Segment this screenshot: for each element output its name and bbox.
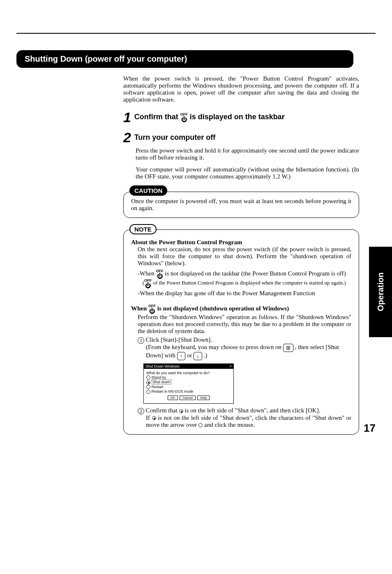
power-off-icon: OFF ⏻ [156, 269, 164, 279]
power-off-icon: OFF ⏻ [180, 113, 188, 122]
note-label: NOTE [129, 224, 157, 234]
dialog-title-text: Shut Down Windows [145, 364, 180, 368]
step-1: 1 Confirm that OFF ⏻ is displayed on the… [123, 109, 359, 125]
note-li2-sub: If is not on the left side of "Shut down… [146, 414, 351, 428]
power-glyph: ⏻ [180, 116, 188, 122]
note-h2-post: is not displayed (shutdown operation of … [157, 305, 289, 312]
note-p2: -When OFF ⏻ is not displayed on the task… [138, 269, 351, 279]
step-1-title-post: is displayed on the taskbar [190, 113, 285, 121]
power-off-icon: OFF ⏻ [144, 279, 152, 288]
caution-label: CAUTION [129, 185, 167, 196]
note-p2sub: ( OFF ⏻ of the Power Button Control Prog… [143, 279, 351, 288]
windows-key-icon: ⊞ [283, 344, 293, 352]
step-1-number: 1 [123, 109, 131, 125]
circled-2-icon: 2 [138, 408, 144, 414]
note-li2-pre: Confirm that [146, 407, 179, 414]
radio-selected-icon [146, 380, 150, 384]
note-p1: On the next occasion, do not press the p… [138, 246, 351, 267]
section-header: Shutting Down (power off your computer) [16, 50, 353, 68]
step-2-title: Turn your computer off [134, 133, 216, 141]
step-1-title: Confirm that OFF ⏻ is displayed on the t… [134, 113, 285, 121]
step-1-title-pre: Confirm that [134, 113, 180, 121]
note-h2-pre: When [131, 305, 148, 312]
note-li2b-end: and click the mouse. [204, 421, 255, 428]
intro-paragraph: When the power switch is pressed, the "P… [123, 75, 359, 103]
power-glyph: ⏻ [156, 273, 164, 279]
dialog-titlebar: Shut Down Windows × [144, 364, 233, 369]
dialog-opt-shutdown[interactable]: Shut down [146, 380, 231, 384]
shutdown-dialog: Shut Down Windows × What do you want the… [143, 363, 234, 404]
content-area: When the power switch is pressed, the "P… [123, 75, 359, 435]
dialog-opt2-label: Shut down [152, 380, 172, 384]
note-p2sub-text: of the Power Button Control Program is d… [152, 280, 346, 286]
note-p2-pre: -When [138, 270, 156, 277]
dialog-prompt: What do you want the computer to do? [146, 371, 231, 375]
circled-1-icon: 1 [138, 337, 144, 344]
step-2: 2 Turn your computer off Press the power… [123, 130, 359, 180]
dialog-help-button[interactable]: Help [197, 396, 210, 400]
side-tab-operation: Operation [369, 247, 392, 337]
radio-icon [198, 423, 203, 427]
top-rule [16, 33, 376, 34]
radio-icon [146, 375, 150, 380]
step-2-body-2: Your computer will power off automatical… [136, 166, 359, 180]
radio-icon [146, 390, 150, 394]
note-step-1: 1 Click [Start]-[Shut Down]. (From the k… [138, 336, 351, 360]
caution-box: CAUTION Once the computer is powered off… [123, 192, 359, 218]
note-li1a-pre: (From the keyboard, you may choose to pr… [146, 344, 283, 350]
power-glyph: ⏻ [148, 308, 156, 314]
note-li2b-pre: If [146, 414, 152, 421]
dialog-cancel-button[interactable]: Cancel [180, 396, 196, 400]
dialog-opt3-label: Restart [152, 385, 164, 389]
note-li1-sub: (From the keyboard, you may choose to pr… [146, 344, 351, 360]
radio-selected-icon [179, 409, 183, 413]
power-off-icon: OFF ⏻ [148, 304, 156, 314]
note-li1-text: Click [Start]-[Shut Down]. [146, 336, 212, 343]
note-heading-2: When OFF ⏻ is not displayed (shutdown op… [131, 304, 351, 314]
note-box: NOTE About the Power Button Control Prog… [123, 229, 359, 435]
dialog-opt-standby[interactable]: Stand by [146, 375, 231, 380]
caution-text: Once the computer is powered off, you mu… [131, 198, 351, 212]
dialog-opt-restart[interactable]: Restart [146, 385, 231, 389]
note-p3: -When the display has gone off due to th… [138, 290, 351, 297]
note-p4: Perform the "Shutdown Windows" operation… [138, 314, 351, 335]
note-li1a-end: .) [204, 352, 208, 359]
note-heading-1: About the Power Button Control Program [131, 239, 351, 246]
dialog-opt-dos[interactable]: Restart in MS-DOS mode [146, 389, 231, 394]
power-glyph: ⏻ [144, 282, 152, 288]
step-2-body-1: Press the power switch and hold it for a… [136, 147, 359, 161]
note-p2-post: is not displayed on the taskbar (the Pow… [165, 270, 346, 277]
note-li1a-or: or [187, 352, 194, 359]
note-step-2: 2 Confirm that is on the left side of "S… [138, 407, 351, 428]
step-2-number: 2 [123, 130, 131, 146]
note-li2-mid: is on the left side of "Shut down", and … [184, 407, 320, 414]
dialog-opt4-label: Restart in MS-DOS mode [152, 389, 194, 393]
radio-icon [146, 385, 150, 389]
down-arrow-key-icon: ↓ [194, 352, 202, 360]
up-arrow-key-icon: ↑ [177, 352, 186, 360]
radio-selected-icon [152, 416, 156, 420]
dialog-opt1-label: Stand by [152, 375, 166, 380]
dialog-close-icon[interactable]: × [230, 364, 232, 368]
dialog-ok-button[interactable]: OK [168, 396, 178, 400]
page-number: 17 [364, 422, 376, 435]
